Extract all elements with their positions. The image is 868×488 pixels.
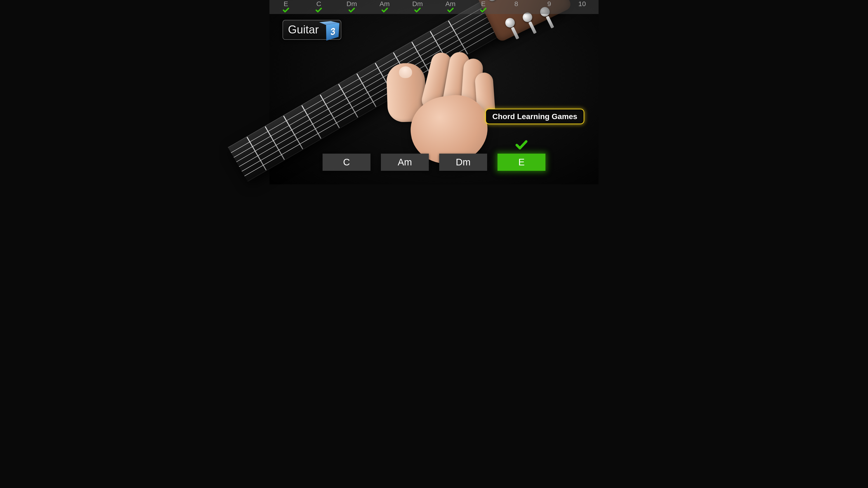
progress-slot[interactable]: E	[270, 0, 303, 14]
progress-label: C	[316, 0, 321, 7]
progress-slot[interactable]: C	[303, 0, 336, 14]
progress-slot[interactable]: 8	[500, 0, 533, 14]
check-icon	[315, 8, 322, 13]
check-icon	[381, 8, 388, 13]
answer-button-am[interactable]: Am	[381, 154, 429, 171]
answer-row: C Am Dm E	[270, 154, 598, 171]
logo-text: Guitar	[288, 24, 319, 35]
check-icon	[348, 8, 355, 13]
app-stage: E C Dm Am Dm Am E 8 9	[270, 0, 598, 184]
check-icon	[480, 8, 487, 13]
check-icon	[283, 8, 289, 13]
check-icon	[515, 140, 528, 151]
progress-label: Am	[379, 0, 390, 7]
progress-slot[interactable]: Am	[368, 0, 401, 14]
progress-slot[interactable]: Dm	[401, 0, 434, 14]
progress-bar: E C Dm Am Dm Am E 8 9	[270, 0, 598, 14]
progress-label: 8	[515, 0, 518, 7]
progress-label: E	[284, 0, 288, 7]
progress-label: E	[481, 0, 486, 7]
progress-slot[interactable]: 9	[533, 0, 566, 14]
answer-button-c[interactable]: C	[322, 154, 370, 171]
progress-label: Am	[445, 0, 456, 7]
answer-button-dm[interactable]: Dm	[439, 154, 487, 171]
progress-label: Dm	[412, 0, 423, 7]
progress-slot[interactable]: E	[467, 0, 500, 14]
callout-text: Chord Learning Games	[492, 112, 577, 121]
check-icon	[414, 8, 421, 13]
progress-slot[interactable]: 10	[565, 0, 598, 14]
progress-label: 10	[578, 0, 586, 7]
logo-cube-icon	[322, 23, 336, 37]
progress-slot[interactable]: Am	[434, 0, 467, 14]
progress-label: 9	[547, 0, 551, 7]
check-icon	[447, 8, 454, 13]
chord-learning-games-callout[interactable]: Chord Learning Games	[486, 109, 584, 124]
app-logo[interactable]: Guitar	[283, 20, 341, 40]
answer-button-e[interactable]: E	[498, 154, 546, 171]
progress-label: Dm	[346, 0, 357, 7]
progress-slot[interactable]: Dm	[335, 0, 368, 14]
